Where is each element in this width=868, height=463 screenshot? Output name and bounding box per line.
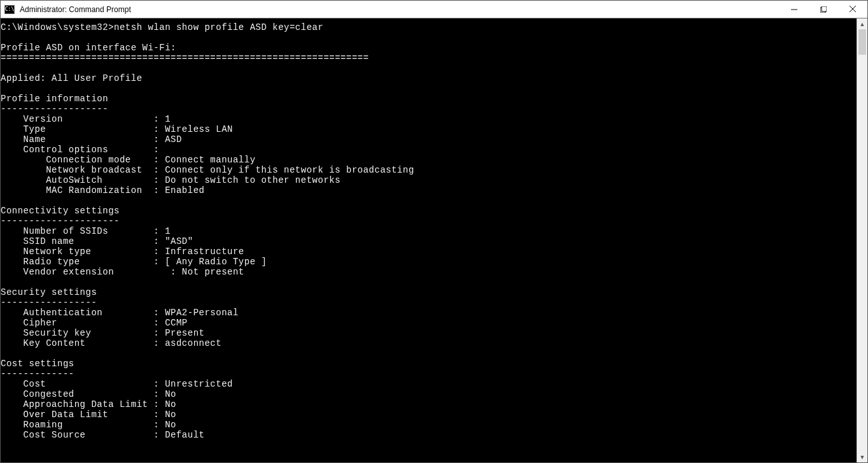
maximize-button[interactable] [809,1,838,18]
close-button[interactable] [838,1,867,18]
minimize-icon [791,6,797,13]
scroll-down-arrow-icon[interactable]: ▼ [857,452,867,462]
titlebar[interactable]: C:\ Administrator: Command Prompt [1,1,867,18]
window-title: Administrator: Command Prompt [18,5,780,14]
close-icon [850,6,857,13]
command-prompt-window: C:\ Administrator: Command Prompt C:\Win… [0,0,868,463]
scroll-up-arrow-icon[interactable]: ▲ [857,18,867,29]
maximize-icon [820,6,827,13]
console-output[interactable]: C:\Windows\system32>netsh wlan show prof… [1,18,857,462]
window-controls [780,1,867,18]
console-area: C:\Windows\system32>netsh wlan show prof… [1,18,867,462]
cmd-icon: C:\ [4,5,15,14]
scroll-thumb[interactable] [858,29,866,55]
minimize-button[interactable] [780,1,809,18]
vertical-scrollbar[interactable]: ▲ ▼ [857,18,867,462]
svg-rect-2 [822,6,827,11]
